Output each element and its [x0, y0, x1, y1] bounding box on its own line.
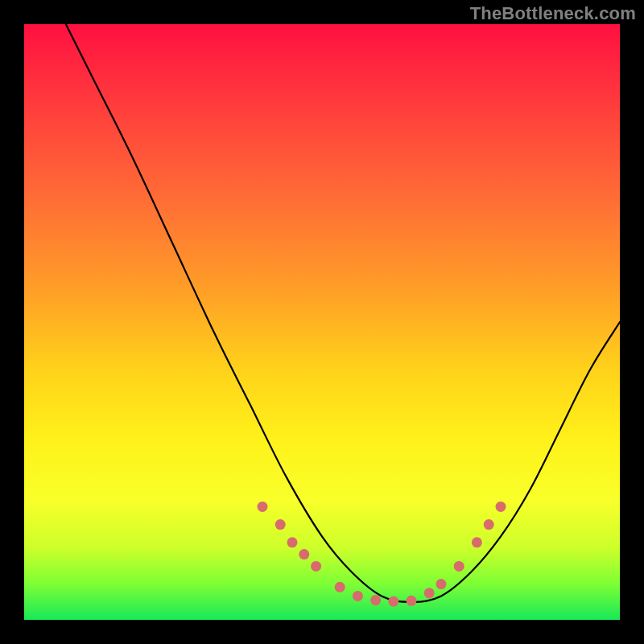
plot-area	[24, 24, 620, 620]
curve-marker	[407, 596, 417, 606]
curve-marker	[454, 561, 464, 572]
curve-marker	[335, 582, 345, 592]
curve-marker	[496, 502, 506, 512]
chart-stage: TheBottleneck.com	[0, 0, 644, 644]
curve-marker	[484, 519, 494, 530]
curve-line	[66, 24, 620, 602]
curve-marker	[472, 537, 482, 547]
curve-marker	[299, 549, 309, 559]
curve-marker	[436, 579, 447, 589]
curve-marker	[311, 561, 321, 572]
bottleneck-curve	[66, 24, 620, 602]
curve-marker	[353, 591, 363, 601]
chart-svg	[24, 24, 620, 620]
curve-marker	[258, 502, 268, 512]
curve-marker	[370, 595, 381, 605]
curve-marker	[388, 597, 398, 607]
curve-marker	[287, 537, 298, 547]
curve-markers	[258, 502, 506, 607]
curve-marker	[424, 588, 435, 598]
curve-marker	[275, 519, 286, 530]
watermark-text: TheBottleneck.com	[470, 3, 636, 24]
